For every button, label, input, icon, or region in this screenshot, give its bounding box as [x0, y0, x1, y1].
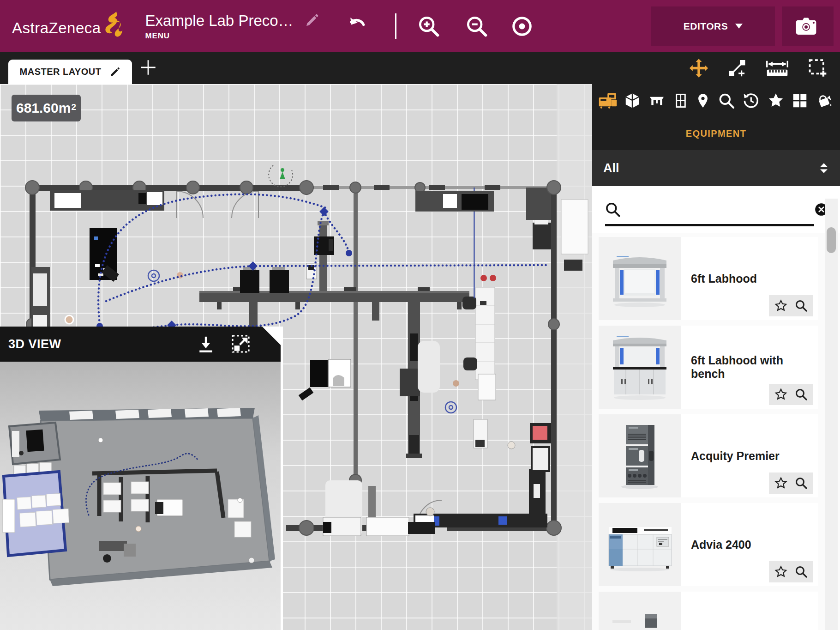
- favorite-star-icon[interactable]: [774, 299, 788, 313]
- search-input[interactable]: [628, 202, 808, 217]
- item-actions: [769, 472, 813, 494]
- equipment-filter-value: All: [603, 161, 819, 176]
- tab-master-layout-label: MASTER LAYOUT: [20, 67, 102, 77]
- zoom-in-icon[interactable]: [417, 14, 441, 38]
- 3d-objects-cube-icon[interactable]: [624, 92, 641, 109]
- 3d-view-title: 3D VIEW: [8, 337, 61, 351]
- top-bar: AstraZeneca Example Lab Preco… MENU EDIT…: [0, 0, 840, 52]
- editors-dropdown[interactable]: EDITORS: [651, 6, 775, 46]
- sidebar-icon-row: [592, 84, 840, 117]
- download-3d-icon[interactable]: [196, 334, 216, 356]
- equipment-item-acquity-premier[interactable]: Acquity Premier: [599, 414, 818, 497]
- equipment-list: 6ft Labhood 6ft Labhood with bench: [592, 233, 840, 630]
- furniture-table-icon[interactable]: [648, 92, 666, 109]
- recenter-target-icon[interactable]: [510, 14, 534, 38]
- 3d-panel-resize-handle[interactable]: [262, 327, 281, 345]
- chevron-down-icon: [735, 24, 743, 29]
- item-zoom-icon[interactable]: [794, 476, 808, 490]
- equipment-item-name: 6ft Labhood: [691, 272, 757, 285]
- equipment-item-partial[interactable]: [599, 592, 818, 630]
- sort-arrows-icon: [819, 163, 829, 174]
- app-window: AstraZeneca Example Lab Preco… MENU EDIT…: [0, 0, 840, 630]
- item-actions: [769, 384, 813, 405]
- equipment-thumbnail: [599, 237, 681, 320]
- document-title-block: Example Lab Preco… MENU: [145, 12, 294, 41]
- equipment-item-advia-2400[interactable]: Advia 2400: [599, 503, 818, 586]
- equipment-library-icon[interactable]: [599, 93, 617, 109]
- item-zoom-icon[interactable]: [794, 565, 808, 579]
- tab-bar: MASTER LAYOUT: [0, 52, 840, 84]
- favorite-star-icon[interactable]: [774, 565, 788, 579]
- canvas-tools: [689, 58, 828, 79]
- favorite-star-icon[interactable]: [774, 476, 788, 490]
- 3d-view-panel: 3D VIEW: [0, 327, 283, 630]
- edit-tab-pencil-icon[interactable]: [109, 67, 120, 78]
- undo-icon[interactable]: [346, 15, 368, 37]
- equipment-item-name: 6ft Labhood with bench: [691, 354, 818, 381]
- move-tool-icon[interactable]: [689, 58, 709, 79]
- floorplan-canvas[interactable]: 681.60m2 3D VIEW: [0, 84, 592, 630]
- history-icon[interactable]: [742, 92, 760, 109]
- add-layout-tab-icon[interactable]: [138, 58, 158, 79]
- item-actions: [769, 295, 813, 316]
- toolbar-divider: [395, 13, 396, 39]
- equipment-item-6ft-labhood-with-bench[interactable]: 6ft Labhood with bench: [599, 326, 818, 409]
- equipment-thumbnail: [599, 414, 681, 497]
- 3d-view-render[interactable]: [0, 362, 281, 630]
- menu-button[interactable]: MENU: [145, 31, 294, 41]
- equipment-item-name: Acquity Premier: [691, 449, 780, 463]
- editors-label: EDITORS: [684, 21, 728, 32]
- marquee-select-tool-icon[interactable]: [808, 58, 828, 79]
- sidebar-scrollbar-track[interactable]: [825, 199, 838, 630]
- search-tool-icon[interactable]: [718, 92, 735, 109]
- camera-icon: [795, 16, 821, 37]
- equipment-section-title: EQUIPMENT: [592, 117, 840, 150]
- equipment-filter-dropdown[interactable]: All: [592, 150, 840, 186]
- astrazeneca-logo-icon: [103, 11, 127, 41]
- search-underline: [605, 224, 814, 226]
- 3d-view-header: 3D VIEW: [0, 327, 281, 362]
- equipment-thumbnail: [599, 503, 681, 586]
- tab-master-layout[interactable]: MASTER LAYOUT: [8, 60, 132, 84]
- item-zoom-icon[interactable]: [794, 388, 808, 401]
- doors-windows-icon[interactable]: [673, 92, 688, 109]
- add-node-tool-icon[interactable]: [727, 59, 747, 78]
- favorite-star-icon[interactable]: [774, 388, 788, 401]
- zoom-out-icon[interactable]: [465, 14, 489, 38]
- measure-ruler-tool-icon[interactable]: [765, 58, 789, 79]
- item-actions: [769, 561, 813, 582]
- equipment-thumbnail: [599, 326, 681, 409]
- sidebar-scrollbar-thumb[interactable]: [827, 227, 836, 253]
- area-label: 681.60m2: [12, 95, 81, 121]
- camera-button[interactable]: [782, 6, 834, 46]
- location-pin-icon[interactable]: [695, 92, 711, 109]
- expand-3d-icon[interactable]: [230, 333, 252, 357]
- brand-name: AstraZeneca: [12, 14, 101, 42]
- paint-fill-icon[interactable]: [815, 92, 834, 109]
- equipment-search-bar: [592, 186, 840, 233]
- equipment-sidebar: EQUIPMENT All 6ft Lab: [592, 84, 840, 630]
- item-zoom-icon[interactable]: [794, 299, 808, 313]
- equipment-item-6ft-labhood[interactable]: 6ft Labhood: [599, 237, 818, 320]
- equipment-item-name: Advia 2400: [691, 538, 751, 551]
- equipment-thumbnail: [599, 592, 681, 630]
- astrazeneca-logo[interactable]: AstraZeneca: [12, 11, 127, 42]
- edit-title-pencil-icon[interactable]: [305, 13, 319, 28]
- search-icon: [604, 201, 622, 218]
- document-title: Example Lab Preco…: [145, 12, 294, 30]
- favorites-star-icon[interactable]: [767, 92, 785, 109]
- grid-layout-icon[interactable]: [792, 92, 808, 109]
